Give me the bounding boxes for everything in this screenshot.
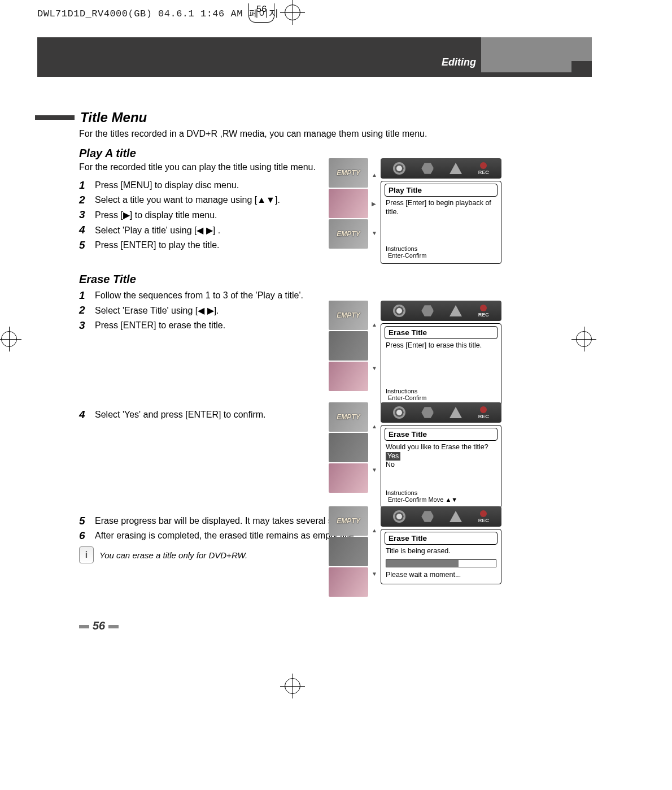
thumb-image — [329, 362, 368, 391]
panel-toolbar: REC — [381, 506, 501, 527]
panel-body: Would you like to Erase the title? Yes N… — [386, 443, 496, 487]
heading-erase-title: Erase Title — [79, 273, 553, 286]
rec-icon: REC — [478, 305, 489, 318]
option-yes[interactable]: Yes — [386, 452, 400, 461]
thumb-empty: EMPTY — [329, 402, 368, 432]
panel-foot: Instructions Enter-Confirm — [386, 388, 496, 401]
arrow-column: ▲▼ — [372, 506, 377, 598]
up-arrow-icon: ▲ — [372, 172, 377, 178]
rec-icon: REC — [478, 510, 489, 523]
header-rule — [37, 72, 592, 77]
triangle-icon — [450, 407, 462, 418]
thumb-selected — [329, 433, 368, 462]
down-arrow-icon: ▼ — [372, 467, 377, 473]
registration-mark-right — [571, 327, 596, 351]
down-arrow-icon: ▼ — [372, 571, 377, 577]
thumb-selected — [329, 537, 368, 566]
panel-title: Erase Title — [385, 532, 498, 545]
progress-line1: Title is being erased. — [386, 547, 496, 556]
down-arrow-icon: ▼ — [372, 230, 377, 236]
thumb-empty: EMPTY — [329, 301, 368, 330]
thumb-empty: EMPTY — [329, 158, 368, 188]
panel-title: Erase Title — [385, 428, 498, 441]
page-number: 56 — [76, 619, 122, 632]
print-header: DWL71D1D_RV4000(GB) 04.6.1 1:46 AM 페이지 — [37, 7, 278, 20]
heading-title-menu: Title Menu — [80, 110, 147, 125]
panel-foot: Instructions Enter-Confirm Move ▲▼ — [386, 489, 496, 503]
note-text: You can erase a title only for DVD+RW. — [99, 550, 247, 560]
thumb-selected — [329, 189, 368, 218]
panel-body: Title is being erased. Please wait a mom… — [386, 547, 496, 579]
down-arrow-icon: ▼ — [372, 365, 377, 371]
progress-bar — [386, 559, 496, 567]
title-dash — [35, 115, 75, 120]
registration-mark-top — [280, 0, 305, 25]
triangle-icon — [450, 511, 462, 522]
panel-erase-progress: Erase Title Title is being erased. Pleas… — [381, 529, 501, 584]
disc-icon — [393, 162, 405, 175]
figure-erase-title-progress: EMPTY ▲▼ REC Erase Title Title is being … — [329, 506, 555, 598]
registration-mark-bottom — [280, 674, 305, 698]
panel-body: Press [Enter] to begin playback of title… — [386, 199, 496, 243]
panel-title: Play Title — [385, 184, 498, 197]
progress-line2: Please wait a moment... — [386, 571, 496, 580]
thumb-empty: EMPTY — [329, 506, 368, 536]
rec-icon: REC — [478, 406, 489, 419]
panel-body: Press [Enter] to erase this title. — [386, 341, 496, 385]
up-arrow-icon: ▲ — [372, 527, 377, 533]
option-no[interactable]: No — [386, 461, 395, 468]
section-label: Editing — [442, 57, 476, 68]
arrow-column: ▲▶▼ — [372, 158, 377, 250]
hex-icon — [421, 162, 434, 175]
triangle-icon — [450, 305, 462, 316]
panel-toolbar: REC — [381, 301, 501, 321]
up-arrow-icon: ▲ — [372, 423, 377, 429]
figure-erase-title-1: EMPTY ▲▼ REC Erase Title Press [Enter] t… — [329, 301, 555, 406]
panel-erase-title: Erase Title Press [Enter] to erase this … — [381, 323, 501, 406]
hex-icon — [421, 406, 434, 419]
triangle-icon — [450, 163, 462, 174]
figure-erase-title-confirm: EMPTY ▲▼ REC Erase Title Would you like … — [329, 402, 555, 508]
up-arrow-icon: ▲ — [372, 322, 377, 328]
registration-mark-left — [0, 327, 21, 351]
arrow-column: ▲▼ — [372, 402, 377, 494]
thumb-empty: EMPTY — [329, 219, 368, 249]
disc-icon — [393, 510, 405, 523]
panel-foot: Instructions Enter-Confirm — [386, 245, 496, 259]
arrow-column: ▲▼ — [372, 301, 377, 392]
step: Follow the sequences from 1 to 3 of the … — [79, 290, 553, 301]
thumb-selected — [329, 331, 368, 361]
disc-icon — [393, 305, 405, 317]
panel-erase-confirm: Erase Title Would you like to Erase the … — [381, 425, 501, 508]
panel-play-title: Play Title Press [Enter] to begin playba… — [381, 181, 501, 264]
confirm-question: Would you like to Erase the title? — [386, 443, 496, 452]
print-page-box: 56 — [248, 3, 274, 23]
rec-icon: REC — [478, 162, 489, 175]
thumb-image — [329, 463, 368, 493]
title-menu-intro: For the titles recorded in a DVD+R ,RW m… — [79, 129, 553, 139]
figure-play-title: EMPTY EMPTY ▲▶▼ REC Play Title Press [En… — [329, 158, 555, 264]
hex-icon — [421, 305, 434, 317]
hex-icon — [421, 510, 434, 523]
right-arrow-icon: ▶ — [372, 201, 377, 207]
disc-icon — [393, 406, 405, 419]
panel-toolbar: REC — [381, 402, 501, 423]
panel-title: Erase Title — [385, 326, 498, 339]
info-icon: i — [79, 546, 94, 563]
thumb-image — [329, 567, 368, 597]
panel-toolbar: REC — [381, 158, 501, 179]
